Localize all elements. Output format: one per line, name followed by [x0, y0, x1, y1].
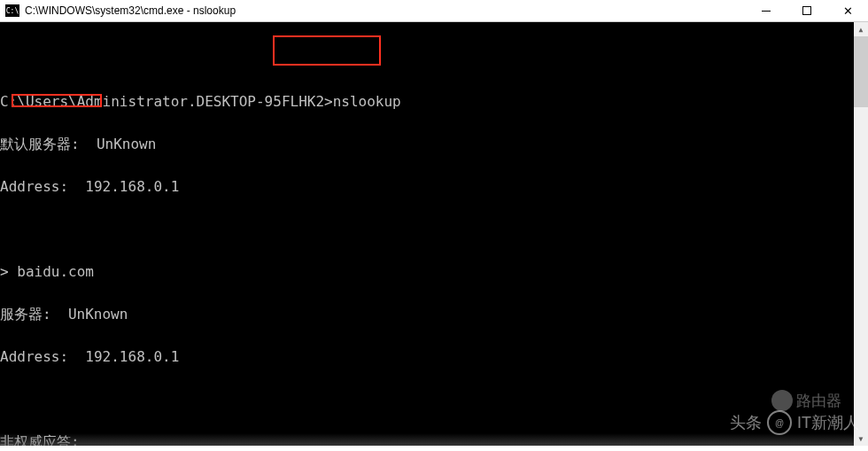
watermark-text: 路由器	[796, 391, 841, 411]
watermark-avatar-icon: @	[767, 410, 792, 435]
nslookup-prompt: >	[0, 263, 17, 280]
terminal-line	[0, 222, 868, 237]
terminal-line	[0, 393, 868, 407]
minimize-button[interactable]	[746, 0, 787, 21]
scrollbar-track[interactable]	[854, 107, 868, 432]
terminal-line: 服务器: UnKnown	[0, 307, 868, 322]
terminal-line: C:\Users\Administrator.DESKTOP-95FLHK2>n…	[0, 95, 868, 109]
vertical-scrollbar[interactable]: ▲ ▼	[854, 22, 868, 446]
terminal-line: > baidu.com	[0, 265, 868, 279]
terminal-line: Address: 192.168.0.1	[0, 350, 868, 364]
close-button[interactable]: ✕	[827, 0, 868, 21]
bottom-bar	[0, 446, 868, 451]
minimize-icon	[762, 11, 771, 12]
watermark-router: 路由器	[771, 390, 841, 411]
maximize-icon	[802, 6, 811, 15]
terminal-line: Address: 192.168.0.1	[0, 180, 868, 194]
prompt-path: C:\Users\Administrator.DESKTOP-95FLHK2>	[0, 93, 333, 110]
window-titlebar: C:\ C:\WINDOWS\system32\cmd.exe - nslook…	[0, 0, 868, 22]
maximize-button[interactable]	[787, 0, 827, 21]
watermark-text: IT新潮人	[797, 412, 859, 433]
window-title: C:\WINDOWS\system32\cmd.exe - nslookup	[25, 4, 746, 17]
bottom-gradient	[0, 433, 854, 446]
command-nslookup: nslookup	[333, 93, 401, 110]
scrollbar-up-button[interactable]: ▲	[854, 22, 868, 36]
window-controls: ✕	[746, 0, 868, 21]
terminal-line: 默认服务器: UnKnown	[0, 137, 868, 152]
query-baidu: baidu.com	[17, 263, 94, 280]
watermark-toutiao: 头条 @ IT新潮人	[730, 410, 859, 435]
watermark-logo-icon	[771, 390, 793, 411]
close-icon: ✕	[843, 5, 853, 17]
terminal-area[interactable]: C:\Users\Administrator.DESKTOP-95FLHK2>n…	[0, 22, 868, 446]
scrollbar-thumb[interactable]	[854, 36, 868, 107]
terminal-content: C:\Users\Administrator.DESKTOP-95FLHK2>n…	[0, 51, 868, 451]
cmd-icon: C:\	[5, 4, 19, 17]
watermark-text: 头条	[730, 412, 762, 433]
